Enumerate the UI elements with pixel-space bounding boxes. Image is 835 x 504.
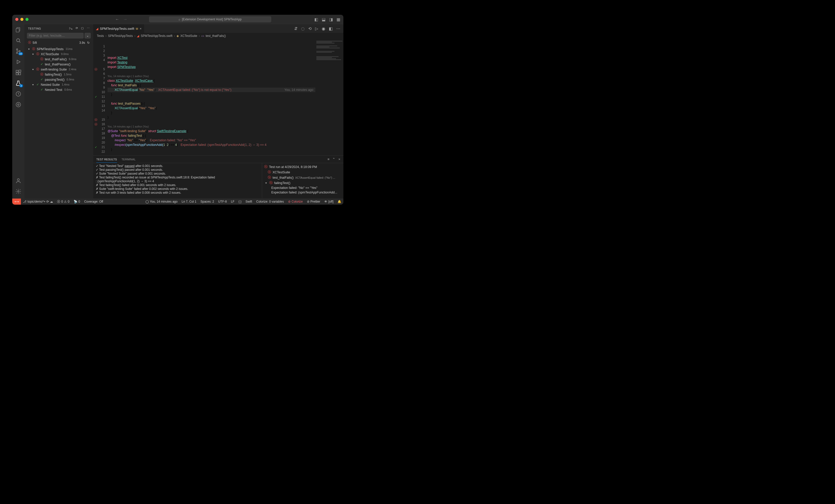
compare-icon[interactable]: ⇵ — [294, 26, 298, 31]
eol[interactable]: LF — [229, 200, 237, 203]
list-icon[interactable]: ≡ — [328, 157, 330, 161]
tab-test-results[interactable]: TEST RESULTS — [96, 158, 117, 163]
prettier[interactable]: ⊘ Prettier — [305, 200, 323, 203]
crumb[interactable]: XCTestSuite — [180, 34, 197, 38]
run-icon[interactable]: ▷ — [315, 26, 318, 31]
lang-braces[interactable]: { } — [237, 200, 243, 203]
result-item[interactable]: ⓧXCTestSuite — [264, 170, 341, 175]
colorize-vars[interactable]: Colorize: 0 variables — [254, 200, 286, 203]
refresh-icon[interactable]: ↻ — [87, 41, 90, 45]
result-item[interactable]: Expectation failed: "No" == "Yes" — [264, 186, 341, 190]
person-icon: ◯ — [145, 200, 149, 203]
test-tree-item[interactable]: ⓧtest_thatFails()9.0ms — [24, 57, 93, 62]
test-tree-item[interactable]: ⓧfailingTest()1.5ms — [24, 72, 93, 77]
debug-tests-icon[interactable]: ⟳ — [76, 26, 78, 30]
loop-icon[interactable]: ⟲ — [308, 26, 311, 31]
close-window[interactable] — [15, 18, 18, 21]
timeline-icon[interactable] — [15, 91, 21, 97]
layout-sidebar-icon[interactable]: ◧ — [314, 17, 318, 22]
sync-icon[interactable]: ⟳ — [46, 200, 49, 203]
more-actions-icon[interactable]: ⋯ — [87, 26, 90, 30]
code-content[interactable]: You, 14 minutes ago | 1 author (You) imp… — [107, 39, 315, 155]
maximize-window[interactable] — [25, 18, 28, 21]
gutter-fail-icon[interactable]: ⓧ — [95, 122, 97, 126]
chevron-icon[interactable]: ▾ — [264, 182, 268, 184]
minimap[interactable] — [315, 39, 343, 155]
colorize-btn[interactable]: ⊘ Colorize — [286, 200, 305, 203]
blame-status[interactable]: ◯You, 14 minutes ago — [143, 200, 180, 203]
git-branch[interactable]: ⎇topic/demo*+ ⟳ ☁ — [21, 200, 55, 203]
editor[interactable]: ⓧ✓ⓧⓧ✓ 1234567891011121314151617181920212… — [93, 39, 343, 155]
notifications-icon[interactable]: 🔔 — [335, 200, 343, 203]
crumb[interactable]: test_thatFails() — [206, 34, 226, 38]
test-tree-item[interactable]: ▾✓Nested Suite1.4ms — [24, 82, 93, 87]
test-tree-item[interactable]: ▾ⓧXCTestSuite9.0ms — [24, 51, 93, 57]
close-panel-icon[interactable]: × — [338, 157, 340, 161]
chevron-icon[interactable]: ▾ — [27, 48, 30, 50]
test-tree-item[interactable]: ✓test_thatPasses() — [24, 62, 93, 67]
filter-input[interactable] — [27, 33, 84, 38]
tab-terminal[interactable]: TERMINAL — [122, 158, 136, 161]
result-item[interactable]: ⓧtest_thatFails()XCTAssertEqual failed: … — [264, 175, 341, 180]
git-icon[interactable]: ◌ — [301, 26, 305, 31]
close-tab-icon[interactable]: × — [140, 27, 142, 30]
language[interactable]: Swift — [244, 200, 254, 203]
test-results-log[interactable]: ✓ Test "Nested Test" passed after 0.001 … — [93, 163, 262, 198]
crumb[interactable]: Tests — [97, 34, 104, 38]
chevron-icon[interactable]: ▾ — [31, 83, 35, 86]
explorer-icon[interactable] — [15, 27, 21, 33]
search-icon[interactable] — [15, 37, 21, 44]
nav-back-icon[interactable]: ← — [115, 17, 119, 22]
layout-customize-icon[interactable]: ▦ — [337, 17, 340, 22]
encoding[interactable]: UTF-8 — [216, 200, 229, 203]
crumb[interactable]: SPMTestAppTests.swift — [141, 34, 172, 38]
cancel-icon: ⊘ — [288, 200, 291, 203]
run-tests-icon[interactable]: ▷▾ — [69, 26, 73, 30]
gutter-pass-icon[interactable]: ✓ — [95, 95, 97, 99]
remote-indicator[interactable]: ⟷ — [12, 198, 21, 205]
live-share-icon[interactable] — [15, 102, 21, 108]
layout-secondary-icon[interactable]: ◨ — [329, 17, 333, 22]
testing-icon[interactable]: 3 — [15, 80, 21, 86]
settings-gear-icon[interactable] — [15, 188, 21, 194]
command-center[interactable]: ⌕ [Extension Development Host] SPMTestAp… — [149, 16, 271, 22]
problems[interactable]: ⓧ0 ⚠0 — [55, 200, 71, 204]
filter-button-icon[interactable]: ⌄ — [85, 33, 91, 38]
nav-forward-icon[interactable]: → — [123, 17, 127, 22]
test-time: 9.0ms — [61, 52, 69, 56]
ports[interactable]: 📡0 — [72, 200, 82, 203]
crumb[interactable]: SPMTestAppTests — [108, 34, 133, 38]
layout-panel-icon[interactable]: ⬓ — [322, 17, 326, 22]
pass-icon: ✓ — [40, 62, 44, 66]
scm-icon[interactable]: 16 — [15, 48, 21, 54]
test-tree-item[interactable]: ▾ⓧSPMTestAppTests11ms — [24, 46, 93, 51]
account-icon[interactable] — [15, 178, 21, 184]
run-coverage-icon[interactable]: ◉ — [322, 26, 325, 31]
indentation[interactable]: Spaces: 2 — [199, 200, 216, 203]
minimize-window[interactable] — [20, 18, 23, 21]
eye-off[interactable]: 👁 [off] — [322, 200, 335, 203]
tab-file[interactable]: ◢ SPMTestAppTests.swift M × — [93, 24, 144, 33]
run-debug-icon[interactable] — [15, 59, 21, 65]
collapse-icon[interactable]: ⌃ — [332, 157, 335, 161]
show-output-icon[interactable]: ▢ — [81, 26, 84, 30]
test-results-tree[interactable]: ⓧTest run at 4/29/2024, 8:18:09 PMⓧXCTes… — [262, 163, 343, 198]
test-tree-item[interactable]: ✓Nested Test0.6ms — [24, 87, 93, 92]
cloud-icon[interactable]: ☁ — [50, 200, 53, 203]
more-icon[interactable]: ⋯ — [336, 26, 340, 31]
chevron-icon[interactable]: ▾ — [31, 68, 35, 71]
gutter-fail-icon[interactable]: ⓧ — [95, 118, 97, 122]
test-tree-item[interactable]: ▾ⓧswift-testing Suite2.4ms — [24, 67, 93, 72]
chevron-icon[interactable]: ▾ — [31, 53, 35, 56]
gutter-pass-icon[interactable]: ✓ — [95, 146, 97, 149]
extensions-icon[interactable] — [15, 69, 21, 76]
breadcrumb[interactable]: Tests› SPMTestAppTests› ◢SPMTestAppTests… — [93, 33, 343, 39]
gutter-fail-icon[interactable]: ⓧ — [95, 67, 97, 71]
split-editor-icon[interactable]: ◧ — [329, 26, 333, 31]
result-item[interactable]: ▾ⓧfailingTest() — [264, 180, 341, 186]
result-item[interactable]: Expectation failed: (spmTestAppFunctionA… — [264, 190, 341, 195]
cursor-pos[interactable]: Ln 7, Col 1 — [180, 200, 199, 203]
result-item[interactable]: ⓧTest run at 4/29/2024, 8:18:09 PM — [264, 164, 341, 170]
test-tree-item[interactable]: ✓passingTest()0.9ms — [24, 77, 93, 82]
coverage[interactable]: Coverage: Off — [82, 200, 105, 203]
